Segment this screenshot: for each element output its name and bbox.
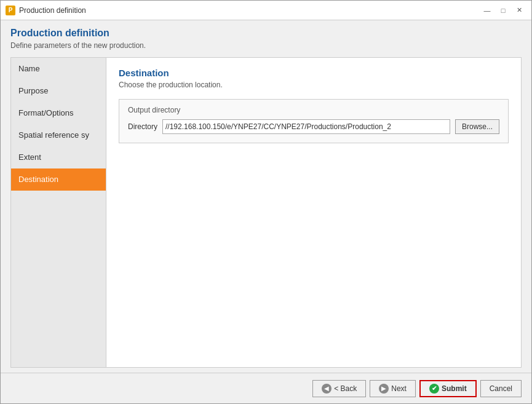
directory-row: Directory Browse...: [128, 119, 499, 134]
sidebar-item-format-options[interactable]: Format/Options: [11, 102, 106, 124]
content-panel: Destination Choose the production locati…: [106, 58, 521, 367]
content-subtitle: Choose the production location.: [119, 81, 509, 89]
sidebar-item-spatial-ref[interactable]: Spatial reference sy: [11, 124, 106, 146]
content-title: Destination: [119, 68, 509, 78]
main-window: P Production definition — □ ✕ Production…: [0, 0, 532, 404]
next-icon: ▶: [379, 384, 389, 394]
titlebar: P Production definition — □ ✕: [1, 1, 531, 20]
directory-input[interactable]: [162, 119, 450, 134]
main-area: Name Purpose Format/Options Spatial refe…: [10, 57, 522, 368]
window-content: Production definition Define parameters …: [1, 20, 531, 373]
sidebar-item-purpose[interactable]: Purpose: [11, 80, 106, 102]
sidebar-item-destination[interactable]: Destination: [11, 168, 106, 191]
back-button[interactable]: ◀ < Back: [312, 380, 366, 397]
sidebar-item-extent[interactable]: Extent: [11, 146, 106, 168]
output-directory-label: Output directory: [128, 106, 499, 114]
footer: ◀ < Back ▶ Next ✔ Submit Cancel: [1, 373, 531, 403]
cancel-label: Cancel: [490, 384, 512, 393]
back-icon: ◀: [322, 384, 332, 394]
browse-button[interactable]: Browse...: [455, 119, 499, 134]
window-title: Production definition: [19, 6, 86, 15]
sidebar: Name Purpose Format/Options Spatial refe…: [11, 58, 106, 367]
maximize-button[interactable]: □: [496, 4, 510, 17]
sidebar-item-name[interactable]: Name: [11, 58, 106, 80]
submit-label: Submit: [442, 384, 467, 393]
titlebar-controls: — □ ✕: [480, 4, 526, 17]
next-button[interactable]: ▶ Next: [370, 380, 416, 397]
cancel-button[interactable]: Cancel: [480, 380, 522, 397]
page-subtitle: Define parameters of the new production.: [10, 41, 522, 50]
page-title: Production definition: [10, 28, 522, 39]
titlebar-left: P Production definition: [6, 6, 86, 15]
app-icon: P: [6, 6, 15, 15]
next-label: Next: [391, 384, 407, 393]
close-button[interactable]: ✕: [512, 4, 526, 17]
submit-icon: ✔: [429, 384, 439, 394]
directory-label: Directory: [128, 122, 157, 131]
submit-button[interactable]: ✔ Submit: [419, 380, 477, 397]
back-label: < Back: [334, 384, 357, 393]
output-directory-section: Output directory Directory Browse...: [119, 99, 509, 143]
minimize-button[interactable]: —: [480, 4, 494, 17]
